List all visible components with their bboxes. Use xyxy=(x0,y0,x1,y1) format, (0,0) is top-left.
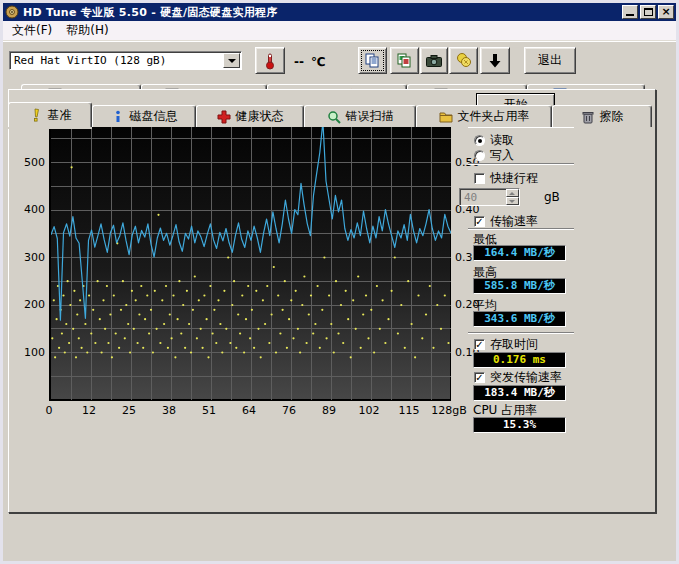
tab-label: 基准 xyxy=(48,107,72,124)
tab-label: 文件夹占用率 xyxy=(458,108,530,125)
checkbox-icon: ✓ xyxy=(474,216,485,227)
tab-label: 擦除 xyxy=(600,108,624,125)
short-stroke-size-value: 40 xyxy=(460,189,506,205)
axis-tick-label: 89 xyxy=(322,404,336,417)
benchmark-icon xyxy=(29,108,43,122)
cpu-usage-display: 15.3% xyxy=(473,417,566,433)
minimize-icon xyxy=(626,14,634,16)
maximize-icon xyxy=(644,8,653,16)
folder-icon xyxy=(439,110,453,124)
axis-tick-label: 115 xyxy=(399,404,420,417)
access-time-label: 存取时间 xyxy=(490,336,538,353)
short-stroke-size-stepper[interactable]: 40 xyxy=(459,188,520,206)
radio-icon xyxy=(474,150,485,161)
tab-benchmark[interactable]: 基准 xyxy=(8,102,92,127)
axis-tick-label: 12 xyxy=(82,404,96,417)
checkbox-icon: ✓ xyxy=(474,372,485,383)
menu-bar: 文件(F) 帮助(H) xyxy=(3,21,676,41)
axis-tick-label: 25 xyxy=(122,404,136,417)
avg-value-display: 343.6 MB/秒 xyxy=(473,311,566,327)
app-frame: HD Tune 专业版 5.50 - 硬盘/固态硬盘实用程序 × 文件(F) 帮… xyxy=(3,3,676,561)
tab-row-front: 基准 磁盘信息 健康状态 xyxy=(8,105,658,127)
short-stroke-checkbox[interactable]: 快捷行程 xyxy=(474,170,538,187)
chart-canvas xyxy=(51,115,451,400)
benchmark-chart xyxy=(49,114,451,401)
minimize-button[interactable] xyxy=(622,5,638,19)
axis-tick-label: 300 xyxy=(11,251,45,264)
write-radio-label: 写入 xyxy=(490,147,514,164)
burst-rate-label: 突发传输速率 xyxy=(490,369,562,386)
magnifier-icon xyxy=(327,110,341,124)
benchmark-controls: 开始 读取 写入 快捷行程 40 xyxy=(459,90,580,514)
short-stroke-unit: gB xyxy=(544,190,560,204)
separator xyxy=(468,163,574,165)
axis-tick-label: 200 xyxy=(11,298,45,311)
axis-tick-label: 400 xyxy=(11,203,45,216)
separator xyxy=(468,228,574,230)
axis-tick-label: 100 xyxy=(11,346,45,359)
maximize-button[interactable] xyxy=(640,5,656,19)
radio-icon xyxy=(474,135,485,146)
chevron-up-icon xyxy=(509,192,515,195)
stepper-up-button[interactable] xyxy=(506,189,519,197)
tab-health[interactable]: 健康状态 xyxy=(196,105,304,127)
tab-strip: 文件基准 磁盘监视器 自动噪音管理 xyxy=(3,41,676,89)
stepper-down-button[interactable] xyxy=(506,197,519,205)
info-icon xyxy=(111,110,125,124)
axis-tick-label: 38 xyxy=(162,404,176,417)
access-time-checkbox[interactable]: ✓ 存取时间 xyxy=(474,336,538,353)
menu-file[interactable]: 文件(F) xyxy=(5,20,59,41)
axis-tick-label: 102 xyxy=(359,404,380,417)
app-icon xyxy=(5,5,19,19)
burst-rate-checkbox[interactable]: ✓ 突发传输速率 xyxy=(474,369,562,386)
axis-tick-label: 64 xyxy=(242,404,256,417)
checkbox-icon xyxy=(474,173,485,184)
separator xyxy=(468,332,574,334)
benchmark-page: MB/秒 ms 600500400300200100 0.600.500.400… xyxy=(8,89,656,513)
window-title: HD Tune 专业版 5.50 - 硬盘/固态硬盘实用程序 xyxy=(23,5,620,20)
health-cross-icon xyxy=(217,110,231,124)
axis-tick-label: 51 xyxy=(202,404,216,417)
checkbox-icon: ✓ xyxy=(474,339,485,350)
tab-erase[interactable]: 擦除 xyxy=(552,105,652,127)
max-value-display: 585.8 MB/秒 xyxy=(473,278,566,294)
axis-tick-label: 0 xyxy=(46,404,53,417)
tab-label: 健康状态 xyxy=(236,108,284,125)
close-button[interactable]: × xyxy=(658,5,674,19)
chevron-down-icon xyxy=(509,200,515,203)
tab-label: 磁盘信息 xyxy=(130,108,178,125)
burst-rate-display: 183.4 MB/秒 xyxy=(473,385,566,401)
tab-folder-usage[interactable]: 文件夹占用率 xyxy=(416,105,552,127)
axis-tick-label: 500 xyxy=(11,156,45,169)
write-radio[interactable]: 写入 xyxy=(474,147,514,164)
tab-disk-info[interactable]: 磁盘信息 xyxy=(92,105,196,127)
trash-icon xyxy=(581,110,595,124)
axis-tick-label: 76 xyxy=(282,404,296,417)
min-value-display: 164.4 MB/秒 xyxy=(473,245,566,261)
tab-label: 错误扫描 xyxy=(346,108,394,125)
window-titlebar: HD Tune 专业版 5.50 - 硬盘/固态硬盘实用程序 × xyxy=(3,3,676,21)
tab-error-scan[interactable]: 错误扫描 xyxy=(304,105,416,127)
menu-help[interactable]: 帮助(H) xyxy=(59,20,115,41)
close-icon: × xyxy=(659,5,673,19)
application-window: HD Tune 专业版 5.50 - 硬盘/固态硬盘实用程序 × 文件(F) 帮… xyxy=(0,0,679,564)
short-stroke-label: 快捷行程 xyxy=(490,170,538,187)
access-time-display: 0.176 ms xyxy=(473,352,566,368)
